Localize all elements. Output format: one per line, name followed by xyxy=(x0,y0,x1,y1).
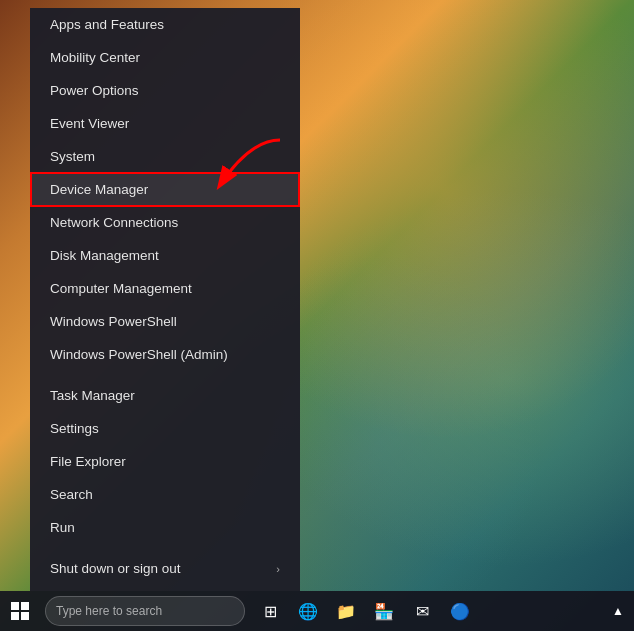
file-explorer-taskbar-icon[interactable]: 📁 xyxy=(331,596,361,626)
menu-item-search[interactable]: Search xyxy=(30,478,300,511)
store-icon[interactable]: 🏪 xyxy=(369,596,399,626)
menu-item-label-task-manager: Task Manager xyxy=(50,388,135,403)
context-menu: Apps and FeaturesMobility CenterPower Op… xyxy=(30,8,300,591)
menu-item-desktop[interactable]: Desktop xyxy=(30,585,300,591)
task-view-icon[interactable]: ⊞ xyxy=(255,596,285,626)
menu-item-label-settings: Settings xyxy=(50,421,99,436)
menu-item-power-options[interactable]: Power Options xyxy=(30,74,300,107)
menu-item-label-event-viewer: Event Viewer xyxy=(50,116,129,131)
menu-item-task-manager[interactable]: Task Manager xyxy=(30,379,300,412)
menu-item-powershell-admin[interactable]: Windows PowerShell (Admin) xyxy=(30,338,300,371)
menu-item-label-device-manager: Device Manager xyxy=(50,182,148,197)
menu-item-apps-features[interactable]: Apps and Features xyxy=(30,8,300,41)
menu-item-label-power-options: Power Options xyxy=(50,83,139,98)
desktop: Apps and FeaturesMobility CenterPower Op… xyxy=(0,0,634,631)
menu-item-system[interactable]: System xyxy=(30,140,300,173)
menu-item-shut-down[interactable]: Shut down or sign out› xyxy=(30,552,300,585)
menu-item-label-system: System xyxy=(50,149,95,164)
menu-item-settings[interactable]: Settings xyxy=(30,412,300,445)
menu-item-computer-management[interactable]: Computer Management xyxy=(30,272,300,305)
menu-item-event-viewer[interactable]: Event Viewer xyxy=(30,107,300,140)
windows-logo-icon xyxy=(11,602,29,620)
menu-item-label-mobility-center: Mobility Center xyxy=(50,50,140,65)
search-placeholder-text: Type here to search xyxy=(56,604,162,618)
menu-item-label-apps-features: Apps and Features xyxy=(50,17,164,32)
menu-item-label-file-explorer: File Explorer xyxy=(50,454,126,469)
menu-item-label-network-connections: Network Connections xyxy=(50,215,178,230)
menu-item-mobility-center[interactable]: Mobility Center xyxy=(30,41,300,74)
menu-item-label-disk-management: Disk Management xyxy=(50,248,159,263)
system-tray: ▲ xyxy=(612,604,634,618)
menu-item-label-powershell-admin: Windows PowerShell (Admin) xyxy=(50,347,228,362)
menu-item-label-run: Run xyxy=(50,520,75,535)
menu-item-label-computer-management: Computer Management xyxy=(50,281,192,296)
taskbar-search[interactable]: Type here to search xyxy=(45,596,245,626)
menu-item-label-search: Search xyxy=(50,487,93,502)
start-button[interactable] xyxy=(0,591,40,631)
menu-item-label-powershell: Windows PowerShell xyxy=(50,314,177,329)
menu-item-label-shut-down: Shut down or sign out xyxy=(50,561,181,576)
menu-item-file-explorer[interactable]: File Explorer xyxy=(30,445,300,478)
menu-item-disk-management[interactable]: Disk Management xyxy=(30,239,300,272)
menu-item-powershell[interactable]: Windows PowerShell xyxy=(30,305,300,338)
menu-item-device-manager[interactable]: Device Manager xyxy=(30,173,300,206)
menu-item-network-connections[interactable]: Network Connections xyxy=(30,206,300,239)
menu-item-run[interactable]: Run xyxy=(30,511,300,544)
taskbar-icons: ⊞ 🌐 📁 🏪 ✉ 🔵 xyxy=(255,596,475,626)
menu-item-arrow-shut-down: › xyxy=(276,563,280,575)
mail-icon[interactable]: ✉ xyxy=(407,596,437,626)
chrome-icon[interactable]: 🔵 xyxy=(445,596,475,626)
taskbar: Type here to search ⊞ 🌐 📁 🏪 ✉ 🔵 ▲ xyxy=(0,591,634,631)
edge-icon[interactable]: 🌐 xyxy=(293,596,323,626)
tray-time: ▲ xyxy=(612,604,624,618)
